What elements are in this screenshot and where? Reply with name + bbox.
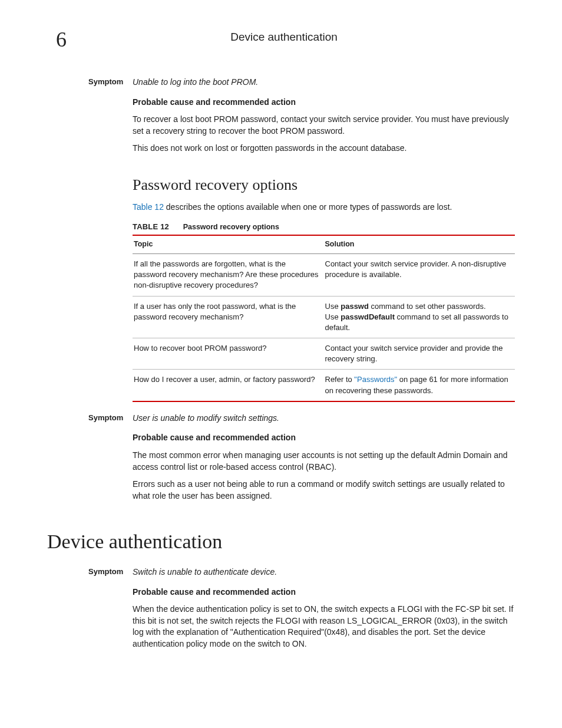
symptom-label: Symptom bbox=[47, 77, 133, 88]
body-paragraph: To recover a lost boot PROM password, co… bbox=[133, 114, 515, 137]
table-header-solution: Solution bbox=[324, 235, 515, 253]
symptom-text: Switch is unable to authenticate device. bbox=[133, 566, 515, 578]
major-heading-device-authentication: Device authentication bbox=[47, 528, 521, 556]
cause-action-heading: Probable cause and recommended action bbox=[133, 432, 515, 444]
table-cell-solution: Contact your switch service provider. A … bbox=[324, 253, 515, 296]
section-intro-text: describes the options available when one… bbox=[164, 202, 452, 212]
table-row: If all the passwords are forgotten, what… bbox=[133, 253, 515, 296]
table-cell-topic: If a user has only the root password, wh… bbox=[133, 296, 324, 338]
table-row: How to recover boot PROM password? Conta… bbox=[133, 338, 515, 370]
cause-action-heading: Probable cause and recommended action bbox=[133, 97, 515, 108]
body-paragraph: Errors such as a user not being able to … bbox=[133, 479, 515, 502]
table-cell-topic: How do I recover a user, admin, or facto… bbox=[133, 370, 324, 401]
symptom-label: Symptom bbox=[47, 566, 133, 578]
symptom-block: Symptom Unable to log into the boot PROM… bbox=[47, 77, 521, 88]
table-cell-solution: Contact your switch service provider and… bbox=[324, 338, 515, 370]
table-cell-topic: If all the passwords are forgotten, what… bbox=[133, 253, 324, 296]
section-heading-password-recovery: Password recovery options bbox=[133, 174, 521, 196]
symptom-block: Symptom Switch is unable to authenticate… bbox=[47, 566, 521, 578]
cause-action-heading: Probable cause and recommended action bbox=[133, 587, 515, 598]
table-header-topic: Topic bbox=[133, 235, 324, 253]
symptom-label: Symptom bbox=[47, 413, 133, 424]
command-name: passwdDefault bbox=[340, 312, 395, 321]
table-title: Password recovery options bbox=[183, 223, 279, 231]
running-title: Device authentication bbox=[47, 29, 521, 45]
body-paragraph: When the device authentication policy is… bbox=[133, 604, 515, 650]
section-intro: Table 12 describes the options available… bbox=[133, 202, 515, 213]
symptom-block: Symptom User is unable to modify switch … bbox=[47, 413, 521, 424]
body-paragraph: This does not work on lost or forgotten … bbox=[133, 143, 515, 154]
body-paragraph: The most common error when managing user… bbox=[133, 450, 515, 473]
table-cell-solution: Use passwd command to set other password… bbox=[324, 296, 515, 338]
table-row: If a user has only the root password, wh… bbox=[133, 296, 515, 338]
table-reference-link[interactable]: Table 12 bbox=[133, 202, 164, 212]
symptom-text: User is unable to modify switch settings… bbox=[133, 413, 515, 424]
symptom-text: Unable to log into the boot PROM. bbox=[133, 77, 515, 88]
table-row: How do I recover a user, admin, or facto… bbox=[133, 370, 515, 401]
table-cell-solution: Refer to "Passwords" on page 61 for more… bbox=[324, 370, 515, 401]
page-header: 6 Device authentication bbox=[47, 29, 521, 53]
cross-reference-link[interactable]: "Passwords" bbox=[354, 375, 397, 384]
command-name: passwd bbox=[340, 302, 369, 311]
table-caption: TABLE 12 Password recovery options bbox=[133, 222, 515, 233]
table-cell-topic: How to recover boot PROM password? bbox=[133, 338, 324, 370]
password-recovery-table: Topic Solution If all the passwords are … bbox=[133, 235, 515, 401]
table-label: TABLE 12 bbox=[133, 222, 169, 231]
